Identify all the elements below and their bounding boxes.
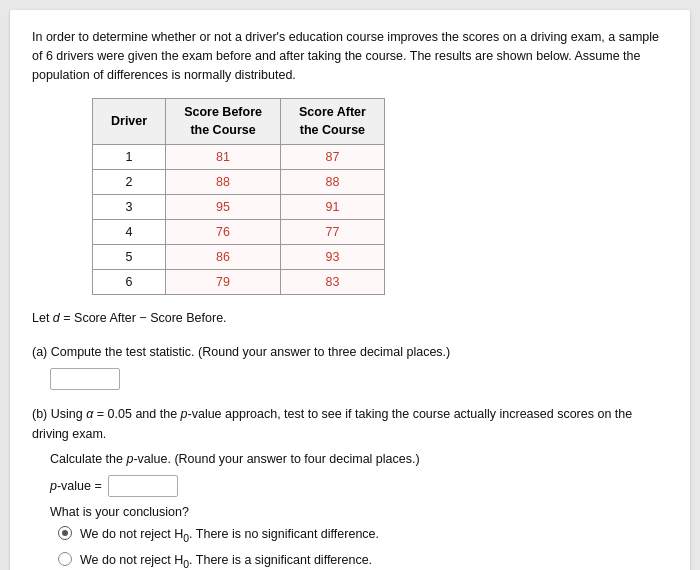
cell-driver: 2 bbox=[93, 170, 166, 195]
conclusion-label: What is your conclusion? bbox=[50, 505, 668, 519]
radio-option[interactable]: We do not reject H0. There is no signifi… bbox=[58, 525, 668, 546]
part-b-section: (b) Using α = 0.05 and the p-value appro… bbox=[32, 404, 668, 570]
definition-section: Let d = Score After − Score Before. bbox=[32, 309, 668, 328]
test-statistic-input[interactable] bbox=[50, 368, 120, 390]
page: In order to determine whether or not a d… bbox=[10, 10, 690, 570]
table-row: 28888 bbox=[93, 170, 385, 195]
cell-after: 77 bbox=[280, 220, 384, 245]
pvalue-label: p-value = bbox=[50, 479, 102, 493]
pvalue-instruction: Calculate the p-value. (Round your answe… bbox=[50, 450, 668, 469]
table-row: 47677 bbox=[93, 220, 385, 245]
radio-option[interactable]: We do not reject H0. There is a signific… bbox=[58, 551, 668, 570]
cell-after: 93 bbox=[280, 245, 384, 270]
table-row: 39591 bbox=[93, 195, 385, 220]
col-header-driver: Driver bbox=[93, 99, 166, 145]
col-header-before: Score Beforethe Course bbox=[166, 99, 281, 145]
radio-options-group: We do not reject H0. There is no signifi… bbox=[50, 525, 668, 570]
cell-after: 83 bbox=[280, 270, 384, 295]
table-row: 18187 bbox=[93, 145, 385, 170]
radio-circle-icon bbox=[58, 552, 72, 566]
data-table: Driver Score Beforethe Course Score Afte… bbox=[92, 98, 385, 295]
radio-option-label: We do not reject H0. There is a signific… bbox=[80, 551, 372, 570]
cell-before: 88 bbox=[166, 170, 281, 195]
cell-before: 81 bbox=[166, 145, 281, 170]
pvalue-input[interactable] bbox=[108, 475, 178, 497]
cell-before: 76 bbox=[166, 220, 281, 245]
cell-before: 86 bbox=[166, 245, 281, 270]
table-row: 58693 bbox=[93, 245, 385, 270]
pvalue-row: p-value = bbox=[50, 475, 668, 497]
radio-circle-icon bbox=[58, 526, 72, 540]
cell-driver: 5 bbox=[93, 245, 166, 270]
part-b-label: (b) Using α = 0.05 and the p-value appro… bbox=[32, 404, 668, 444]
col-header-after: Score Afterthe Course bbox=[280, 99, 384, 145]
cell-driver: 1 bbox=[93, 145, 166, 170]
cell-after: 91 bbox=[280, 195, 384, 220]
cell-driver: 3 bbox=[93, 195, 166, 220]
radio-option-label: We do not reject H0. There is no signifi… bbox=[80, 525, 379, 546]
table-row: 67983 bbox=[93, 270, 385, 295]
intro-text: In order to determine whether or not a d… bbox=[32, 28, 668, 84]
part-a-label: (a) Compute the test statistic. (Round y… bbox=[32, 342, 668, 362]
cell-driver: 6 bbox=[93, 270, 166, 295]
cell-before: 95 bbox=[166, 195, 281, 220]
cell-driver: 4 bbox=[93, 220, 166, 245]
cell-after: 88 bbox=[280, 170, 384, 195]
part-a-section: (a) Compute the test statistic. (Round y… bbox=[32, 342, 668, 390]
cell-after: 87 bbox=[280, 145, 384, 170]
definition-text: Let d = Score After − Score Before. bbox=[32, 309, 668, 328]
cell-before: 79 bbox=[166, 270, 281, 295]
